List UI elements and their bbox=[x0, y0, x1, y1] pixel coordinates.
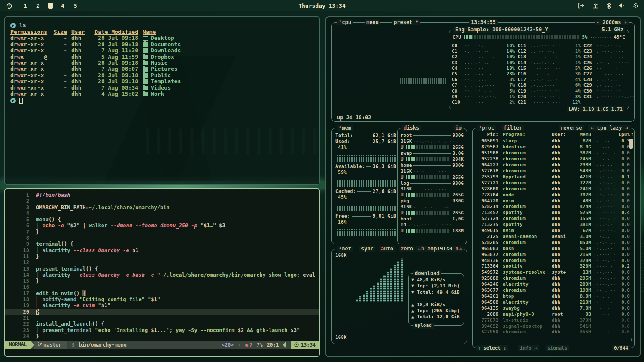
core-C21: C21.···· · ····12% bbox=[517, 100, 580, 105]
code-line-5: 5menu() { bbox=[5, 217, 319, 223]
process-row-925888[interactable]: 925888chromiumdhh295M. ···.··0.0 bbox=[476, 275, 630, 281]
core-C23: C23. ···.····5% bbox=[583, 48, 644, 54]
upload-stat: ▲ Total: 12,0 GiB bbox=[411, 314, 461, 320]
net-sync-button[interactable]: sync bbox=[359, 246, 375, 252]
settings-icon[interactable] bbox=[632, 3, 639, 9]
scroll-down-arrow[interactable]: ↓ bbox=[630, 336, 633, 342]
process-row-951908[interactable]: 951908chromiumdhh387M··.··..·· .0.0 bbox=[476, 150, 630, 156]
io-mode-button[interactable]: io bbox=[454, 125, 463, 131]
process-row-964246[interactable]: 964246alacrittydhh209M ·····.··..0.0 bbox=[476, 281, 630, 287]
load-average: LAV: 1.19 1.65 1.71 bbox=[567, 106, 624, 112]
code-line-19: 19▏ alacritty -e nvim "$1" bbox=[5, 302, 319, 308]
memory-panel: ²mem Total:62,1 GiBUsed:25,7 GiB41%Avail… bbox=[331, 128, 467, 244]
process-row-527950[interactable]: 527950chromiumdhh355M· ·· .·0.0 bbox=[476, 329, 630, 335]
logout-icon[interactable] bbox=[578, 3, 585, 9]
proc-footer-signals[interactable]: signals bbox=[546, 345, 569, 351]
process-row-964720[interactable]: 964720nvimdhh48M ... ··0.0 bbox=[476, 198, 630, 204]
upload-label: upload bbox=[413, 323, 434, 329]
process-row-528600[interactable]: 528600chromiumdhh241M ··. ·· . 0.0 bbox=[476, 186, 630, 192]
network-icon[interactable] bbox=[592, 3, 599, 9]
core-C5: C5··.····. ·23% bbox=[452, 71, 515, 77]
sort-selector[interactable]: ← cpu lazy → bbox=[589, 125, 630, 131]
proc-footer-select[interactable]: ↑ select ↓ bbox=[476, 345, 508, 351]
core-C18: C18 .·...···· 6% bbox=[517, 82, 580, 88]
powerline-separator bbox=[31, 341, 34, 349]
net-zero-button[interactable]: zero bbox=[399, 246, 415, 252]
process-row-528214[interactable]: 528214chromiumdhh474M...···· ·0.0 bbox=[476, 204, 630, 210]
process-row-713304[interactable]: 713304spotifydhh320M.···· · ·0.2 bbox=[476, 263, 630, 269]
process-row-2125[interactable]: 2125avahi-daemonavahi3.0M . ·...0.0 bbox=[476, 234, 630, 240]
process-row-2080[interactable]: 2080napi/phy0-0root0B.· ... 0.0 bbox=[476, 311, 630, 317]
process-row-965091[interactable]: 965091slurpdhh87M ·· .··0.3 bbox=[476, 138, 630, 144]
process-row-777873[interactable]: 777873lm-studiodhh379M · ···· 0.0 bbox=[476, 317, 630, 323]
process-row-963677[interactable]: 963677chromiumdhh198M.·· . ···0.0 bbox=[476, 287, 630, 293]
process-row-528285[interactable]: 528285chromiumdhh850M..·.· ..0.0 bbox=[476, 239, 630, 245]
core-C28: C28 . . ·...1% bbox=[583, 77, 644, 82]
git-branch-segment: master bbox=[34, 341, 67, 349]
statusline: NORMAL master $ bin/omarchy-menu <20> ‹ … bbox=[5, 341, 319, 349]
network-panel: ³net sync auto zero ←b enp191s0 n→ 168K … bbox=[331, 249, 467, 344]
process-row-527721[interactable]: 527721chromiumdhh727M. .·...·0.0 bbox=[476, 180, 630, 186]
preset-button[interactable]: preset * bbox=[392, 19, 420, 25]
net-speed-rows: ▼ 48,0 KiB/s▼ Top: (2,13 Mib)▼ Total: 49… bbox=[411, 277, 461, 320]
process-row-948736[interactable]: 948736chromiumdhh328M ·· ··. ··0.0 bbox=[476, 257, 630, 263]
scrollbar-thumb[interactable] bbox=[629, 139, 633, 149]
process-row-778704[interactable]: 778704nodedhh707M···. ··.···0.0 bbox=[476, 192, 630, 198]
download-stat: ▼ Total: 49,4 GiB bbox=[411, 290, 461, 296]
proc-footer-info[interactable]: info ↵ bbox=[518, 345, 539, 351]
process-row-527724[interactable]: 527724chromiumdhh155M·····. ··.0.0 bbox=[476, 216, 630, 222]
cpu-panel-title[interactable]: ¹cpu bbox=[337, 19, 353, 25]
mem-panel-title[interactable]: ²mem bbox=[337, 125, 353, 131]
core-C25: C25.·· . ······3% bbox=[583, 60, 644, 66]
core-C11: C11...···· · ·1% bbox=[517, 43, 580, 48]
btop-clock: 13:34:55 bbox=[469, 19, 498, 25]
proc-panel-title[interactable]: ⁴proc bbox=[477, 125, 496, 131]
process-row-255793[interactable]: 255793Hyprlanddhh421M ··.· ..0.1 bbox=[476, 174, 630, 180]
core-C1: C1·. ··· ··14% bbox=[452, 48, 515, 54]
process-row-549972[interactable]: 549972systemd-resolvesyst+13M ···.···0.0 bbox=[476, 269, 630, 275]
scroll-up-arrow[interactable]: ↑ bbox=[631, 131, 634, 137]
process-row-965083[interactable]: 965083bashdhh5.0M .·...··0.0 bbox=[476, 245, 630, 251]
process-row-963877[interactable]: 963877chromiumdhh216M..···· · 0.0 bbox=[476, 251, 630, 257]
code-line-6: 6│ echo -e "$2" | walker --dmenu --theme… bbox=[5, 223, 319, 229]
interval-decrease[interactable]: - bbox=[596, 19, 599, 25]
mem-stat-used: Used:25,7 GiB bbox=[335, 139, 396, 145]
upload-stat: ▲ Top: (265 Kibp) bbox=[411, 308, 461, 314]
code-buffer[interactable]: 1#!/bin/bash23OMARCHY_BIN_PATH=~/.local/… bbox=[5, 192, 319, 339]
volume-icon[interactable] bbox=[618, 3, 625, 9]
upload-stat: ▲ 18,3 KiB/s bbox=[411, 302, 461, 308]
process-row-713457[interactable]: 713457spotifydhh525M .. ·· ··0.4 bbox=[476, 210, 630, 216]
process-row-394092[interactable]: 394092signal-desktopdhh541M. ·····.··.0.… bbox=[476, 323, 630, 329]
reverse-button[interactable]: reverse bbox=[559, 125, 584, 131]
iface-next-button[interactable]: n→ bbox=[456, 246, 462, 252]
net-panel-title[interactable]: ³net bbox=[337, 246, 353, 252]
process-row-964261[interactable]: 964261btopdhh8.0M ·· . . 0.0 bbox=[476, 293, 630, 299]
interval-increase[interactable]: + bbox=[624, 19, 627, 25]
statusline-clock: 13:34 bbox=[291, 341, 319, 349]
bluetooth-icon[interactable] bbox=[607, 3, 611, 9]
disks-title[interactable]: disks bbox=[402, 125, 421, 131]
core-C9: C9···. ··.···. 1% bbox=[452, 94, 515, 100]
cpu-total-bar bbox=[464, 35, 580, 39]
cpu-core-grid: C0 ·· .··. 10%C1·. ··· ··14%C2··.··..·· … bbox=[452, 43, 626, 106]
process-row-952238[interactable]: 952238chromiumdhh245M...·.· .0.0 bbox=[476, 156, 630, 162]
process-row-879567[interactable]: 879567kdenlivedhh8.0G·. ··· 0.0 bbox=[476, 144, 630, 150]
system-tray bbox=[578, 0, 639, 11]
cpu-panel: ¹cpu menu preset * 13:34:55 - 2000ms + E… bbox=[331, 22, 635, 122]
process-row-964227[interactable]: 964227chromiumdhh298M ···· ·· 0.0 bbox=[476, 162, 630, 168]
process-row-964508[interactable]: 964508alacrittydhh210M.. ···.0.0 bbox=[476, 299, 630, 305]
process-row-949015[interactable]: 949015nvimdhh67M. ·· ··. 0.0 bbox=[476, 228, 630, 234]
net-auto-button[interactable]: auto bbox=[379, 246, 395, 252]
statusline-right: <20> ‹ ◉7 7% 20:1 13:34 bbox=[222, 341, 319, 349]
menu-button[interactable]: menu bbox=[365, 19, 380, 25]
process-row-713275[interactable]: 713275spotifydhh381M ·...·.·0.0 bbox=[476, 222, 630, 228]
process-row-964135[interactable]: 964135swaybgdhh7.0M . . ·.0.0 bbox=[476, 305, 630, 311]
filter-button[interactable]: filter bbox=[502, 125, 524, 131]
download-label: download bbox=[413, 270, 441, 276]
cpu-core-box: Eng Sample: 100-000001243-50_Y 5.1 GHz C… bbox=[449, 30, 629, 109]
net-traffic-graph bbox=[356, 256, 408, 302]
process-row-527678[interactable]: 527678chromiumdhh543M··.····. 0.0 bbox=[476, 168, 630, 174]
iface-prev-button[interactable]: ←b bbox=[418, 246, 424, 252]
prompt-line[interactable] bbox=[10, 97, 314, 104]
net-info-box: download upload ▼ 48,0 KiB/s▼ Top: (2,13… bbox=[408, 273, 464, 326]
